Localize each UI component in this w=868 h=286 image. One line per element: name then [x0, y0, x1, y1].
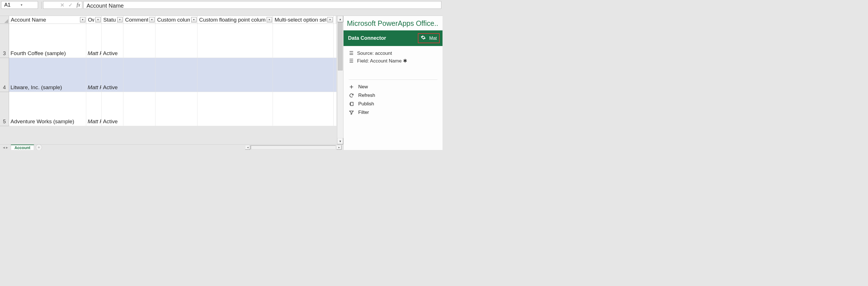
cell[interactable] — [273, 92, 334, 126]
gear-icon[interactable] — [421, 35, 426, 41]
confirm-icon[interactable]: ✓ — [68, 2, 73, 8]
cell[interactable] — [197, 92, 273, 126]
column-label: Status — [103, 17, 116, 23]
formula-value: Account Name — [87, 3, 124, 9]
horizontal-scrollbar[interactable]: ◂ ▸ — [245, 145, 343, 150]
row-header[interactable]: 5 — [0, 92, 9, 126]
plus-icon — [349, 84, 354, 89]
cell[interactable] — [273, 24, 334, 58]
filter-button[interactable]: ▼ — [327, 17, 333, 23]
divider — [349, 80, 437, 80]
select-all-corner[interactable] — [0, 16, 9, 24]
hscroll-track[interactable] — [251, 145, 336, 149]
cell[interactable] — [197, 58, 273, 92]
formula-bar: A1 ▼ ✕ ✓ fx Account Name — [0, 0, 442, 16]
column-header[interactable]: Ow ▼ — [86, 16, 101, 24]
filter-button[interactable]: ▼ — [267, 17, 272, 23]
new-button[interactable]: New — [349, 83, 437, 91]
cell[interactable] — [155, 92, 197, 126]
list-icon: ☰ — [349, 50, 354, 56]
publish-button[interactable]: Publish — [349, 100, 437, 108]
panel-body: ☰ Source: account ☰ Field: Account Name … — [343, 46, 442, 68]
formula-controls: ✕ ✓ fx — [43, 1, 82, 9]
list-icon: ☰ — [349, 58, 354, 64]
svg-rect-2 — [351, 102, 353, 106]
info-field: ☰ Field: Account Name ✱ — [349, 57, 437, 65]
scroll-left-button[interactable]: ◂ — [245, 145, 250, 150]
column-label: Custom column — [157, 17, 190, 23]
filter-button[interactable]: Filter — [349, 108, 437, 117]
cell[interactable]: Matt P — [86, 24, 101, 58]
scroll-thumb[interactable] — [338, 22, 343, 70]
column-label: Ow — [88, 17, 94, 23]
add-sheet-button[interactable]: ＋ — [36, 144, 42, 150]
cell[interactable]: Fourth Coffee (sample) — [9, 24, 86, 58]
cell[interactable] — [155, 24, 197, 58]
column-header[interactable]: Account Name ▼ — [9, 16, 86, 24]
cell[interactable]: Matt P — [86, 92, 101, 126]
cell[interactable] — [123, 58, 155, 92]
cell — [334, 24, 337, 58]
filter-button[interactable]: ▼ — [117, 17, 123, 23]
user-label: Mat — [429, 36, 437, 41]
spreadsheet: Account Name ▼ Ow ▼ Status ▼ Comments — [0, 16, 343, 150]
name-box[interactable]: A1 ▼ — [1, 1, 38, 9]
refresh-icon — [349, 93, 354, 98]
column-label: Comments — [125, 17, 148, 23]
scroll-right-button[interactable]: ▸ — [336, 145, 342, 150]
column-header[interactable]: Custom floating point column ▼ — [197, 16, 273, 24]
cancel-icon[interactable]: ✕ — [60, 2, 64, 8]
cell[interactable] — [273, 58, 334, 92]
cell — [334, 92, 337, 126]
column-header[interactable]: Comments ▼ — [123, 16, 155, 24]
vertical-scrollbar[interactable]: ▲ ▼ — [337, 16, 343, 144]
column-label: Custom floating point column — [199, 17, 266, 23]
cell[interactable] — [155, 58, 197, 92]
row-header[interactable]: 4 — [0, 58, 9, 92]
info-source: ☰ Source: account — [349, 50, 437, 57]
sheet-nav[interactable]: ◂ ▸ — [0, 145, 11, 150]
column-header[interactable]: Status ▼ — [101, 16, 123, 24]
data-grid[interactable]: Account Name ▼ Ow ▼ Status ▼ Comments — [0, 16, 337, 126]
side-panel: Microsoft PowerApps Office.. Data Connec… — [343, 16, 442, 150]
filter-button[interactable]: ▼ — [95, 17, 101, 23]
column-header[interactable]: Multi-select option set ▼ — [273, 16, 334, 24]
refresh-button[interactable]: Refresh — [349, 91, 437, 100]
cell[interactable]: Litware, Inc. (sample) — [9, 58, 86, 92]
cell-reference: A1 — [4, 2, 20, 8]
fx-icon[interactable]: fx — [76, 2, 80, 8]
column-header — [334, 16, 336, 24]
sheet-tabs: ◂ ▸ Account ＋ ◂ ▸ — [0, 144, 343, 150]
cell[interactable] — [123, 92, 155, 126]
cell[interactable]: Active — [101, 24, 123, 58]
column-header[interactable]: Custom column ▼ — [155, 16, 197, 24]
panel-header-title: Data Connector — [348, 35, 418, 41]
panel-header: Data Connector Mat — [343, 30, 442, 46]
chevron-down-icon[interactable]: ▼ — [20, 3, 36, 6]
filter-button[interactable]: ▼ — [149, 17, 155, 23]
cell[interactable] — [197, 24, 273, 58]
cell[interactable]: Active — [101, 58, 123, 92]
publish-icon — [349, 102, 354, 107]
settings-highlight: Mat — [418, 33, 440, 43]
filter-button[interactable]: ▼ — [191, 17, 196, 23]
action-list: New Refresh Publish — [343, 82, 442, 118]
scroll-up-button[interactable]: ▲ — [337, 16, 343, 22]
scroll-track[interactable] — [337, 22, 343, 138]
panel-title: Microsoft PowerApps Office.. — [343, 19, 442, 30]
cell[interactable] — [123, 24, 155, 58]
filter-icon — [349, 110, 354, 115]
filter-button[interactable]: ▼ — [80, 17, 85, 23]
formula-input[interactable]: Account Name — [83, 1, 441, 9]
cell[interactable]: Matt P — [86, 58, 101, 92]
column-label: Account Name — [11, 17, 79, 23]
separator — [39, 2, 42, 9]
sheet-tab-active[interactable]: Account — [11, 145, 34, 150]
cell[interactable]: Adventure Works (sample) — [9, 92, 86, 126]
row-header[interactable]: 3 — [0, 24, 9, 58]
cell — [334, 58, 337, 92]
scroll-down-button[interactable]: ▼ — [337, 138, 343, 144]
cell[interactable]: Active — [101, 92, 123, 126]
column-label: Multi-select option set — [275, 17, 326, 23]
